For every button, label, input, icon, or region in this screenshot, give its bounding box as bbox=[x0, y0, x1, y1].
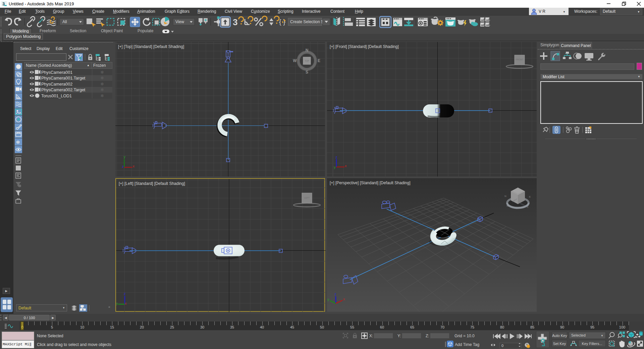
svg-text:❄: ❄ bbox=[100, 87, 104, 92]
svg-text:LEFT: LEFT bbox=[304, 197, 310, 199]
svg-text:❄: ❄ bbox=[100, 93, 104, 98]
svg-text:x: x bbox=[343, 297, 345, 301]
svg-text:x: x bbox=[125, 301, 127, 305]
svg-text:❄: ❄ bbox=[16, 140, 20, 145]
svg-text:❄: ❄ bbox=[100, 76, 104, 81]
svg-text:TOP: TOP bbox=[305, 60, 309, 62]
svg-text:E: E bbox=[318, 58, 320, 63]
svg-text:W: W bbox=[506, 204, 509, 207]
svg-text:S: S bbox=[527, 205, 529, 208]
svg-text:y: y bbox=[116, 301, 118, 305]
svg-text:W: W bbox=[293, 58, 297, 63]
svg-text:S: S bbox=[306, 70, 308, 74]
svg-text:0: 0 bbox=[501, 344, 503, 348]
svg-text:x: x bbox=[133, 164, 135, 168]
svg-text:N: N bbox=[306, 48, 309, 53]
svg-text:y: y bbox=[124, 155, 126, 159]
svg-text:Create Selection Se: Create Selection Se bbox=[290, 19, 326, 24]
svg-text:❄: ❄ bbox=[100, 70, 104, 75]
svg-text:❄: ❄ bbox=[100, 82, 104, 87]
svg-text:y: y bbox=[334, 165, 336, 169]
svg-text:3: 3 bbox=[233, 17, 237, 27]
svg-text:FRONT: FRONT bbox=[516, 58, 523, 61]
svg-text:N: N bbox=[504, 195, 506, 198]
svg-text:z: z bbox=[334, 292, 336, 296]
svg-text:All: All bbox=[62, 19, 67, 24]
svg-text:z: z bbox=[122, 164, 124, 168]
svg-text:z: z bbox=[124, 292, 126, 296]
svg-text:View: View bbox=[175, 19, 184, 24]
svg-text:z: z bbox=[335, 155, 337, 159]
svg-text:y: y bbox=[327, 297, 329, 301]
svg-text:x: x bbox=[345, 164, 347, 168]
svg-text:E: E bbox=[529, 195, 531, 198]
